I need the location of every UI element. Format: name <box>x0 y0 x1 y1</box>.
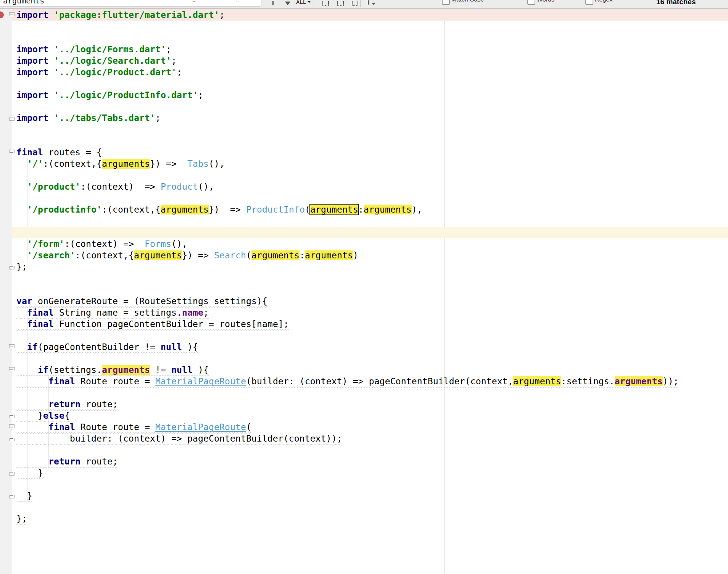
code-line-6: import '../logic/Product.dart'; <box>16 66 182 78</box>
search-scope-toggle-icon[interactable] <box>322 1 329 5</box>
search-match: arguments <box>364 205 412 214</box>
code-line-23: }; <box>16 261 27 272</box>
code-line-38: builder: (context) => pageContentBuilder… <box>16 433 342 444</box>
search-field-dots-icon: ·· <box>236 0 240 4</box>
toolbar-separator <box>360 0 361 7</box>
regex-label: Regex <box>595 0 612 3</box>
search-match: arguments <box>615 376 663 386</box>
previous-occurrence-icon[interactable] <box>272 1 274 5</box>
search-match: arguments <box>513 376 561 386</box>
code-line-22: '/search':(context,{arguments}) => Searc… <box>16 250 358 261</box>
code-line-37: final Route route = MaterialPageRoute( <box>16 421 251 433</box>
code-line-27: final String name = settings.name; <box>16 307 209 318</box>
regex-checkbox[interactable] <box>585 0 593 5</box>
code-line-35: return route; <box>16 398 118 410</box>
match-case-label: Match Case <box>451 0 484 3</box>
code-line-32: if(settings.arguments != null ){ <box>16 364 209 376</box>
code-line-13: final routes = { <box>16 147 102 158</box>
next-occurrence-icon[interactable] <box>285 2 290 5</box>
search-match: arguments <box>102 159 150 169</box>
words-label: Words <box>537 0 554 3</box>
code-line-43: } <box>16 490 32 501</box>
right-margin-guide <box>444 9 445 574</box>
code-line-21: '/form':(context) => Forms(), <box>16 238 187 250</box>
search-match: arguments <box>251 250 300 260</box>
code-line-30: if(pageContentBuilder != null ){ <box>16 341 198 353</box>
code-line-41: } <box>16 467 43 479</box>
search-match: arguments <box>134 250 182 260</box>
code-line-36: }else{ <box>16 410 70 421</box>
match-case-checkbox[interactable] <box>442 0 450 5</box>
search-match: arguments <box>102 365 150 375</box>
fold-guide-line <box>12 9 12 574</box>
code-line-4: import '../logic/Forms.dart'; <box>16 44 171 55</box>
editor-gutter[interactable] <box>0 9 12 574</box>
code-line-16: '/product':(context) => Product(), <box>16 181 214 192</box>
find-toolbar: arguments ⌄ ·· ALL ➤ Match Case Words Re… <box>0 0 728 9</box>
code-line-45: }; <box>16 513 27 524</box>
code-line-1: import 'package:flutter/material.dart'; <box>16 9 225 21</box>
caret-line-highlight <box>12 227 728 238</box>
code-line-10: import '../tabs/Tabs.dart'; <box>16 112 161 124</box>
search-history-chevron-icon[interactable]: ⌄ <box>191 0 196 4</box>
code-line-28: final Function pageContentBuilder = rout… <box>16 318 289 330</box>
ide-window: arguments ⌄ ·· ALL ➤ Match Case Words Re… <box>0 0 728 574</box>
code-line-26: var onGenerateRoute = (RouteSettings set… <box>16 295 267 307</box>
search-match: arguments <box>305 250 353 260</box>
code-line-14: '/':(context,{arguments}) => Tabs(), <box>16 158 225 169</box>
select-all-occurrences-button[interactable]: ALL <box>296 0 306 5</box>
search-scope-toggle-icon[interactable] <box>337 1 344 5</box>
words-checkbox[interactable] <box>527 0 535 5</box>
code-line-18: '/productinfo':(context,{arguments}) => … <box>16 204 422 215</box>
code-line-8: import '../logic/ProductInfo.dart'; <box>16 89 203 101</box>
code-line-33: final Route route = MaterialPageRoute(bu… <box>16 376 679 387</box>
select-all-cursor-icon: ➤ <box>306 0 312 5</box>
code-line-40: return route; <box>16 456 118 467</box>
toolbar-separator <box>314 0 314 7</box>
find-search-text[interactable]: arguments <box>3 0 44 5</box>
filter-icon[interactable] <box>368 0 369 5</box>
search-match: arguments <box>161 205 209 214</box>
filter-dropdown-icon[interactable] <box>372 3 375 5</box>
search-scope-toggle-icon[interactable] <box>352 1 358 5</box>
code-line-5: import '../logic/Search.dart'; <box>16 55 177 66</box>
match-count: 16 matches <box>656 0 696 6</box>
search-match-current: arguments <box>310 205 358 214</box>
